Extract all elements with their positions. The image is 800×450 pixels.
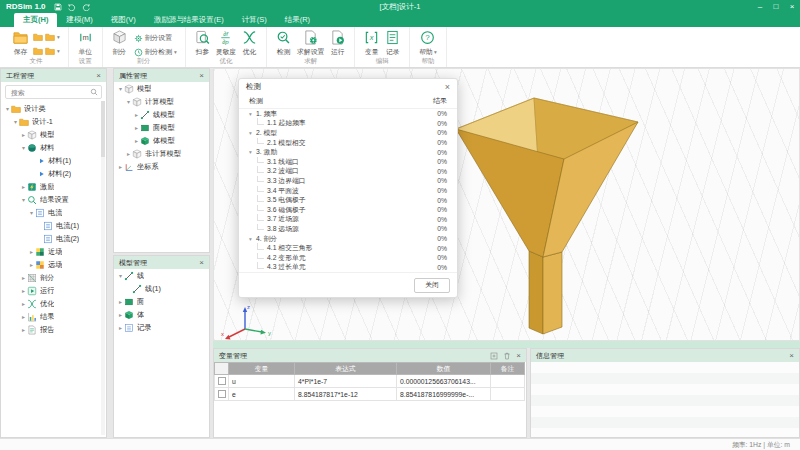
expander-icon[interactable]: ▾	[117, 272, 124, 279]
folder-icon[interactable]	[33, 46, 43, 56]
add-variable-icon[interactable]	[490, 352, 498, 360]
variable-row[interactable]: e8.854187817*1e-128.854187816999999e-...	[215, 388, 525, 401]
folder-icon[interactable]	[45, 32, 55, 42]
check-dialog-close-button[interactable]: 关闭	[414, 278, 450, 293]
expander-icon[interactable]: ▾	[117, 85, 124, 92]
expander-icon[interactable]: ▸	[133, 111, 140, 118]
tree-item[interactable]: ▾结果设置	[1, 193, 106, 206]
tree-item[interactable]: ▾材料	[1, 141, 106, 154]
tree-item[interactable]: ▸体	[114, 308, 209, 321]
project-scrollbar[interactable]	[101, 101, 105, 435]
tree-item[interactable]: 材料(2)	[1, 167, 106, 180]
expander-icon[interactable]: ▸	[20, 131, 27, 138]
expander-icon[interactable]: ▾	[249, 130, 256, 136]
variable-expression[interactable]: 8.854187817*1e-12	[295, 388, 397, 401]
expander-icon[interactable]: ▸	[20, 274, 27, 281]
tree-item[interactable]: 材料(1)	[1, 154, 106, 167]
tree-item[interactable]: ▸近场	[1, 245, 106, 258]
expander-icon[interactable]: ▾	[4, 105, 11, 112]
ribbon-button-求解设置[interactable]: 求解设置	[297, 30, 324, 57]
ribbon-button-保存[interactable]: 保存	[13, 30, 28, 57]
check-row[interactable]: ▾2. 模型0%	[239, 128, 457, 138]
variable-name[interactable]: e	[229, 388, 295, 401]
tree-item[interactable]: ▸面模型	[114, 121, 209, 134]
check-row[interactable]: 2.1 模型相交0%	[239, 138, 457, 148]
check-row[interactable]: 3.6 磁偶极子0%	[239, 205, 457, 215]
expander-icon[interactable]: ▸	[117, 298, 124, 305]
tree-item[interactable]: ▾线	[114, 269, 209, 282]
check-row[interactable]: 3.8 远场源0%	[239, 224, 457, 234]
tree-item[interactable]: ▸体模型	[114, 134, 209, 147]
menu-tab-0[interactable]: 主页(H)	[14, 13, 57, 27]
expander-icon[interactable]: ▸	[133, 124, 140, 131]
ribbon-button-优化[interactable]: 优化	[242, 30, 257, 57]
check-row[interactable]: 3.1 线端口0%	[239, 157, 457, 167]
viewport-splitter[interactable]	[213, 341, 800, 348]
project-panel-close-icon[interactable]: ×	[96, 69, 101, 82]
expander-icon[interactable]: ▾	[249, 149, 256, 155]
expander-icon[interactable]: ▸	[133, 137, 140, 144]
tree-item[interactable]: ▸报告	[1, 323, 106, 336]
variable-note[interactable]	[491, 388, 525, 401]
menu-tab-5[interactable]: 结果(R)	[276, 13, 319, 27]
expander-icon[interactable]: ▸	[20, 326, 27, 333]
menu-tab-1[interactable]: 建模(M)	[57, 13, 101, 27]
row-checkbox[interactable]	[218, 377, 226, 385]
menu-tab-4[interactable]: 计算(S)	[233, 13, 276, 27]
variable-value[interactable]: 0.00000125663706143...	[397, 375, 491, 388]
maximize-button[interactable]: □	[768, 0, 784, 13]
tree-item[interactable]: ▸坐标系	[114, 160, 209, 173]
ribbon-button-运行[interactable]: 运行	[330, 30, 345, 57]
tree-item[interactable]: ▸优化	[1, 297, 106, 310]
check-row[interactable]: 3.5 电偶极子0%	[239, 195, 457, 205]
row-checkbox[interactable]	[218, 390, 226, 398]
tree-item[interactable]: ▸运行	[1, 284, 106, 297]
check-row[interactable]: 3.4 平面波0%	[239, 186, 457, 196]
ribbon-button-记录[interactable]: 记录	[385, 30, 400, 57]
ribbon-button-扫参[interactable]: 扫参	[195, 30, 210, 57]
ribbon-button-单位[interactable]: m单位	[78, 30, 93, 57]
expander-icon[interactable]: ▸	[117, 311, 124, 318]
ribbon-button-剖分设置[interactable]: 剖分设置	[134, 33, 177, 43]
tree-item[interactable]: ▾设计-1	[1, 115, 106, 128]
tree-item[interactable]: ▸面	[114, 295, 209, 308]
tree-item[interactable]: 线(1)	[114, 282, 209, 295]
variables-panel-close-icon[interactable]: ×	[516, 349, 521, 362]
ribbon-button-剖分检测[interactable]: 剖分检测▾	[134, 47, 177, 57]
check-row[interactable]: 3.3 边界端口0%	[239, 176, 457, 186]
tree-item[interactable]: ▸远场	[1, 258, 106, 271]
ribbon-button-剖分[interactable]: 剖分	[112, 30, 127, 57]
expander-icon[interactable]: ▸	[28, 261, 35, 268]
ribbon-button-变量[interactable]: x变量	[364, 30, 379, 57]
check-row[interactable]: 4.3 过长单元0%	[239, 263, 457, 273]
check-row[interactable]: 4.1 相交三角形0%	[239, 243, 457, 253]
check-dialog-close-icon[interactable]: ×	[445, 82, 450, 92]
ribbon-button-检测[interactable]: 检测	[276, 30, 291, 57]
expander-icon[interactable]: ▾	[20, 144, 27, 151]
check-row[interactable]: 3.7 近场源0%	[239, 215, 457, 225]
redo-icon[interactable]	[82, 3, 90, 11]
expander-icon[interactable]: ▾	[125, 98, 132, 105]
variable-name[interactable]: u	[229, 375, 295, 388]
undo-icon[interactable]	[68, 3, 76, 11]
expander-icon[interactable]: ▾	[249, 236, 256, 242]
tree-item[interactable]: ▸结果	[1, 310, 106, 323]
tree-item[interactable]: ▸记录	[114, 321, 209, 334]
save-icon[interactable]	[54, 3, 62, 11]
tree-item[interactable]: ▸线模型	[114, 108, 209, 121]
tree-item[interactable]: ▾设计类	[1, 102, 106, 115]
info-panel-close-icon[interactable]: ×	[789, 349, 794, 362]
tree-item[interactable]: ▾计算模型	[114, 95, 209, 108]
tree-item[interactable]: ▸激励	[1, 180, 106, 193]
tree-item[interactable]: ▾模型	[114, 82, 209, 95]
check-row[interactable]: ▾1. 频率0%	[239, 109, 457, 119]
expander-icon[interactable]: ▸	[117, 324, 124, 331]
menu-tab-3[interactable]: 激励源与结果设置(E)	[145, 13, 233, 27]
variable-expression[interactable]: 4*PI*1e-7	[295, 375, 397, 388]
tree-item[interactable]: 电流(2)	[1, 232, 106, 245]
expander-icon[interactable]: ▸	[117, 163, 124, 170]
ribbon-button-帮助[interactable]: ?帮助▾	[419, 30, 436, 57]
tree-item[interactable]: ▾电流	[1, 206, 106, 219]
variable-row[interactable]: u4*PI*1e-70.00000125663706143...	[215, 375, 525, 388]
expander-icon[interactable]: ▸	[28, 248, 35, 255]
